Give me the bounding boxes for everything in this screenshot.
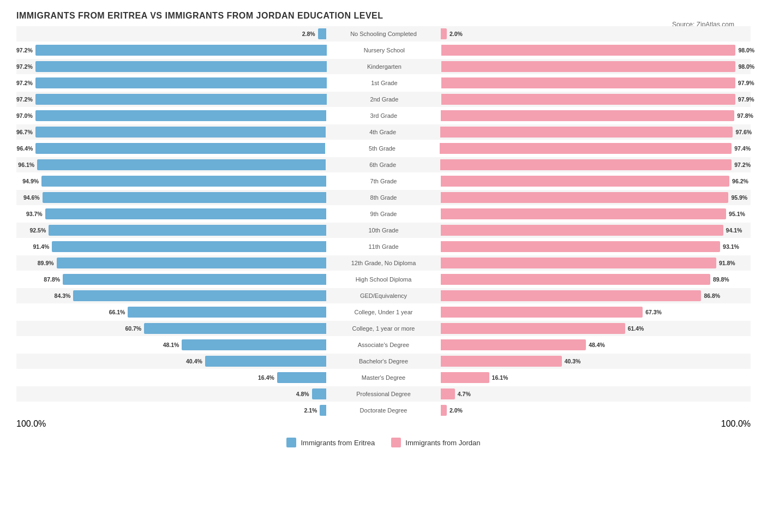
- left-bar-section: 92.5%: [16, 223, 326, 237]
- right-bar-section: 48.4%: [441, 338, 751, 352]
- row-label: 6th Grade: [326, 162, 440, 168]
- left-bar-section: 97.2%: [16, 76, 327, 90]
- chart-container: IMMIGRANTS FROM ERITREA VS IMMIGRANTS FR…: [0, 0, 767, 480]
- row-label: Professional Degree: [326, 391, 441, 397]
- row-label: High School Diploma: [326, 276, 441, 283]
- bar-row: 91.4% 11th Grade 93.1%: [16, 239, 751, 254]
- bar-row: 93.7% 9th Grade 95.1%: [16, 206, 751, 222]
- left-bar-label: 2.1%: [304, 407, 317, 414]
- left-bar-label: 97.2%: [16, 96, 33, 103]
- row-label: 11th Grade: [326, 243, 441, 250]
- row-label: Nursery School: [327, 47, 441, 53]
- row-label: 3rd Grade: [326, 112, 441, 119]
- left-bar-section: 2.1%: [16, 403, 326, 417]
- left-bar-label: 97.2%: [16, 47, 33, 53]
- bar-pink: [441, 94, 735, 105]
- right-bar-section: 97.9%: [441, 92, 754, 106]
- bar-blue: [63, 274, 326, 285]
- right-bar-section: 40.3%: [441, 354, 751, 368]
- right-bar-section: 89.8%: [441, 272, 751, 286]
- row-label: 8th Grade: [326, 194, 441, 201]
- bar-pink: [440, 143, 732, 154]
- bar-blue: [277, 372, 326, 383]
- right-bar-section: 94.1%: [441, 223, 751, 237]
- left-bar-label: 93.7%: [26, 211, 43, 217]
- left-bar-label: 4.8%: [296, 391, 309, 397]
- bar-blue: [43, 192, 326, 203]
- row-label: Doctorate Degree: [326, 407, 441, 414]
- bar-blue: [35, 45, 327, 56]
- left-bar-section: 16.4%: [16, 370, 326, 385]
- bar-row: 92.5% 10th Grade 94.1%: [16, 223, 751, 238]
- right-bar-label: 86.8%: [704, 292, 720, 299]
- left-bar-label: 89.9%: [38, 260, 54, 266]
- bar-pink: [441, 45, 735, 56]
- right-bar-label: 48.4%: [589, 342, 605, 348]
- left-bar-section: 60.7%: [16, 321, 326, 336]
- bar-pink: [441, 61, 735, 72]
- bar-blue: [320, 405, 326, 416]
- left-bar-section: 93.7%: [16, 207, 326, 221]
- bar-pink: [441, 176, 729, 187]
- bar-row: 40.4% Bachelor's Degree 40.3%: [16, 354, 751, 369]
- row-label: No Schooling Completed: [326, 31, 441, 37]
- bar-pink: [441, 339, 586, 350]
- bar-row: 2.1% Doctorate Degree 2.0%: [16, 403, 751, 418]
- right-bar-section: 4.7%: [441, 387, 751, 401]
- bar-pink: [441, 307, 643, 318]
- bar-blue: [144, 323, 326, 334]
- right-bar-label: 97.2%: [734, 162, 751, 168]
- row-label: Associate's Degree: [326, 342, 441, 348]
- legend-jordan-label: Immigrants from Jordan: [405, 439, 480, 447]
- legend-eritrea: Immigrants from Eritrea: [286, 438, 375, 447]
- left-bar-label: 94.9%: [22, 178, 39, 184]
- bar-pink: [440, 127, 733, 138]
- footer-right: 100.0%: [721, 419, 751, 429]
- right-bar-label: 16.1%: [492, 374, 508, 381]
- right-bar-section: 91.8%: [441, 256, 751, 270]
- right-bar-label: 91.8%: [719, 260, 735, 266]
- left-bar-section: 89.9%: [16, 256, 326, 270]
- bar-row: 60.7% College, 1 year or more 61.4%: [16, 321, 751, 336]
- bar-blue: [312, 388, 326, 399]
- left-bar-label: 97.0%: [16, 112, 33, 119]
- right-bar-label: 97.9%: [738, 96, 754, 103]
- bar-row: 96.1% 6th Grade 97.2%: [16, 157, 751, 172]
- left-bar-section: 66.1%: [16, 305, 326, 319]
- left-bar-label: 87.8%: [44, 276, 60, 283]
- right-bar-section: 95.1%: [441, 207, 751, 221]
- row-label: 10th Grade: [326, 227, 441, 234]
- bar-blue: [35, 143, 325, 154]
- row-label: 7th Grade: [326, 178, 441, 184]
- left-bar-section: 48.1%: [16, 338, 326, 352]
- right-bar-label: 97.4%: [734, 145, 751, 152]
- row-label: 5th Grade: [325, 145, 440, 152]
- left-bar-section: 84.3%: [16, 289, 326, 303]
- right-bar-section: 98.0%: [441, 43, 754, 57]
- left-bar-label: 84.3%: [55, 292, 71, 299]
- bar-row: 2.8% No Schooling Completed 2.0%: [16, 26, 751, 41]
- right-bar-section: 2.0%: [441, 403, 751, 417]
- bar-row: 97.0% 3rd Grade 97.8%: [16, 108, 751, 123]
- left-bar-section: 97.2%: [16, 43, 327, 57]
- right-bar-section: 67.3%: [441, 305, 751, 319]
- right-bar-section: 97.8%: [441, 109, 753, 123]
- bar-pink: [441, 323, 625, 334]
- right-bar-label: 97.6%: [735, 129, 752, 135]
- bar-pink: [441, 241, 720, 252]
- left-bar-label: 91.4%: [33, 243, 50, 250]
- right-bar-section: 93.1%: [441, 240, 751, 254]
- right-bar-label: 40.3%: [565, 358, 581, 364]
- bar-pink: [441, 372, 489, 383]
- left-bar-label: 96.7%: [16, 129, 33, 135]
- bar-row: 16.4% Master's Degree 16.1%: [16, 370, 751, 385]
- right-bar-label: 2.0%: [450, 407, 463, 414]
- bar-blue: [49, 225, 326, 236]
- bar-blue: [37, 159, 326, 170]
- row-label: 4th Grade: [326, 129, 440, 135]
- right-bar-section: 97.2%: [440, 158, 751, 172]
- right-bar-label: 95.1%: [729, 211, 745, 217]
- bar-blue: [35, 110, 327, 121]
- bar-pink: [441, 290, 701, 301]
- legend: Immigrants from Eritrea Immigrants from …: [16, 438, 751, 447]
